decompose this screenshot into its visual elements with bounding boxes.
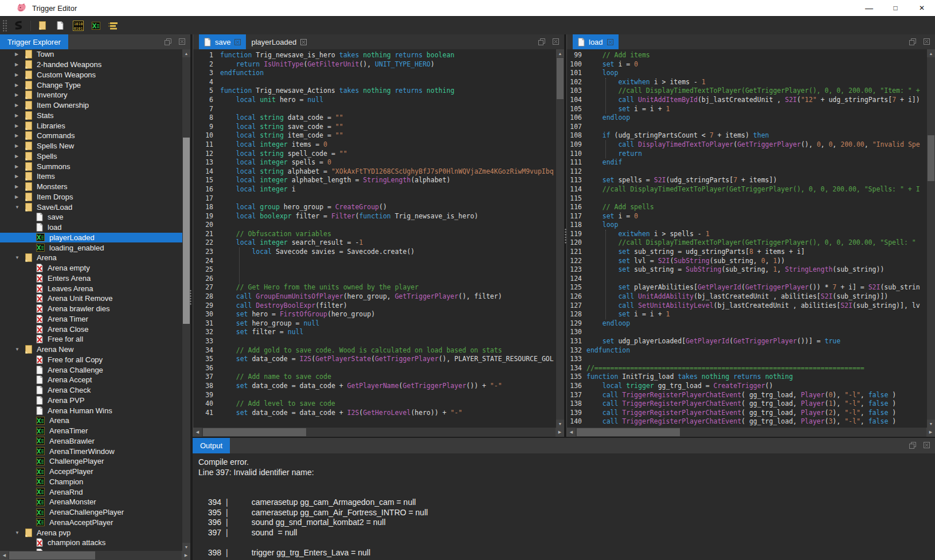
scroll-left-icon[interactable]: ◀: [0, 551, 9, 560]
tree-item[interactable]: Free for all: [0, 334, 182, 344]
custom-script-button[interactable]: [89, 19, 102, 32]
editor-horizontal-scrollbar[interactable]: ◀ ▶: [193, 428, 564, 437]
scroll-down-icon[interactable]: ▼: [182, 543, 190, 551]
tree-item[interactable]: champion attacks: [0, 538, 182, 548]
explorer-header-tab[interactable]: Trigger Explorer: [0, 34, 68, 49]
code-line[interactable]: 110 return: [567, 150, 927, 159]
code-line[interactable]: 20: [193, 221, 556, 230]
code-line[interactable]: 25: [193, 265, 556, 275]
chevron-right-icon[interactable]: ▶: [15, 143, 21, 148]
tree-item[interactable]: ▶Change Type: [0, 80, 182, 90]
convert-binary-button[interactable]: 10100101: [72, 19, 84, 32]
tree-item[interactable]: Arena: [0, 416, 182, 426]
code-line[interactable]: 14 local string alphabet = "XOkAxFtTYD12…: [193, 167, 556, 177]
chevron-right-icon[interactable]: ▶: [15, 83, 21, 88]
code-line[interactable]: 119 exitwhen i > spells - 1: [567, 230, 927, 239]
tree-item[interactable]: ▶Libraries: [0, 120, 182, 131]
code-line[interactable]: 139 call TriggerRegisterPlayerChatEvent(…: [567, 409, 927, 418]
scroll-left-icon[interactable]: ◀: [193, 428, 202, 437]
code-line[interactable]: 23 local Savecode savies = Savecode.crea…: [193, 248, 556, 257]
code-line[interactable]: 117 set i = 0: [567, 212, 927, 221]
code-line[interactable]: 101 loop: [567, 69, 927, 78]
code-line[interactable]: 135function InitTrig_load takes nothing …: [567, 373, 927, 382]
editor-scrollbar-thumb[interactable]: [928, 135, 934, 181]
tree-item[interactable]: Arena Close: [0, 324, 182, 334]
code-line[interactable]: 125 set playerAbilities[GetPlayerId(GetT…: [567, 283, 927, 292]
tree-item[interactable]: Arena Accept: [0, 375, 182, 385]
code-line[interactable]: 130: [567, 328, 927, 337]
tree-item[interactable]: Leaves Arena: [0, 283, 182, 293]
code-line[interactable]: 107: [567, 123, 927, 132]
tree-item[interactable]: Free for all Copy: [0, 355, 182, 365]
chevron-down-icon[interactable]: ▼: [15, 255, 21, 260]
code-line[interactable]: 116 // Add spells: [567, 203, 927, 212]
tree-item[interactable]: ▶Town: [0, 49, 182, 60]
code-line[interactable]: 7: [193, 105, 556, 114]
code-line[interactable]: 109 call DisplayTimedTextToPlayer(GetTri…: [567, 140, 927, 150]
tree-item[interactable]: Champion: [0, 477, 182, 487]
code-line[interactable]: 140 call TriggerRegisterPlayerChatEvent(…: [567, 417, 927, 426]
code-line[interactable]: 11 local integer items = 0: [193, 140, 556, 150]
chevron-right-icon[interactable]: ▶: [15, 92, 21, 97]
close-tab-icon[interactable]: [234, 39, 241, 45]
tree-item[interactable]: ▶Stats: [0, 111, 182, 121]
code-line[interactable]: 18 local group hero_group = CreateGroup(…: [193, 203, 556, 212]
float-panel-icon[interactable]: [909, 38, 916, 45]
tree-item[interactable]: Arena brawler dies: [0, 304, 182, 314]
tree-item[interactable]: ▶Commands: [0, 131, 182, 141]
tree-item[interactable]: ▼Save/Load: [0, 202, 182, 212]
tree-item[interactable]: ▶Item Ownership: [0, 100, 182, 111]
code-line[interactable]: 36: [193, 364, 556, 373]
tree-item[interactable]: Arena Human Wins: [0, 405, 182, 416]
tree-item[interactable]: ArenaAcceptPlayer: [0, 518, 182, 528]
code-line[interactable]: 19 local boolexpr filter = Filter(functi…: [193, 212, 556, 221]
tree-item[interactable]: Enters Arena: [0, 273, 182, 284]
tree-item[interactable]: ChallengePlayer: [0, 456, 182, 467]
tree-horizontal-scrollbar[interactable]: ◀ ▶: [0, 551, 190, 560]
tree-item[interactable]: ▶Monsters: [0, 182, 182, 192]
tab-playerLoaded[interactable]: playerLoaded: [246, 34, 312, 49]
code-line[interactable]: 137 call TriggerRegisterPlayerChatEvent(…: [567, 391, 927, 400]
new-trigger-button[interactable]: [54, 19, 66, 32]
code-line[interactable]: 13 local integer spells = 0: [193, 158, 556, 167]
tree-item[interactable]: ▶Inventory: [0, 90, 182, 100]
code-line[interactable]: 15 local integer alphabet_length = Strin…: [193, 176, 556, 185]
editor-scrollbar-thumb[interactable]: [557, 58, 564, 99]
tree-item[interactable]: Arena Timer: [0, 314, 182, 324]
code-line[interactable]: 24: [193, 257, 556, 266]
editor-hscrollbar-thumb[interactable]: [203, 428, 306, 436]
tree-item[interactable]: ArenaTimerWindow: [0, 446, 182, 456]
code-line[interactable]: 26: [193, 275, 556, 284]
code-line[interactable]: 99 // Add items: [567, 51, 927, 60]
tree-item[interactable]: ▼Arena New: [0, 344, 182, 355]
tree-item[interactable]: Arena Unit Remove: [0, 293, 182, 304]
scroll-right-icon[interactable]: ▶: [926, 428, 935, 437]
tree-item[interactable]: ▶Summons: [0, 161, 182, 171]
code-line[interactable]: 21 // Obfuscation variables: [193, 230, 556, 239]
code-line[interactable]: 136 local trigger gg_trg_load = CreateTr…: [567, 382, 927, 391]
code-line[interactable]: 131 set udg_playerLoaded[GetPlayerId(Get…: [567, 337, 927, 346]
tree-item[interactable]: Arena PVP: [0, 395, 182, 406]
code-line[interactable]: 4: [193, 78, 556, 87]
chevron-right-icon[interactable]: ▶: [15, 154, 21, 159]
chevron-down-icon[interactable]: ▼: [15, 205, 21, 210]
code-line[interactable]: 6 local unit hero = null: [193, 96, 556, 105]
close-tab-icon[interactable]: [607, 39, 613, 45]
editor-hscrollbar-thumb[interactable]: [577, 428, 680, 436]
tree-item[interactable]: ▶Items: [0, 171, 182, 182]
minimize-button[interactable]: —: [856, 0, 882, 16]
code-line[interactable]: 134//===================================…: [567, 364, 927, 373]
tab-save[interactable]: save: [199, 34, 246, 49]
code-line[interactable]: 38 set data_code = data_code + GetPlayer…: [193, 382, 556, 391]
tree-item[interactable]: ▶2-handed Weapons: [0, 60, 182, 70]
code-line[interactable]: 33: [193, 337, 556, 346]
scroll-right-icon[interactable]: ▶: [182, 551, 190, 560]
scroll-up-icon[interactable]: ▲: [556, 49, 564, 57]
explorer-splitter-grip[interactable]: [189, 289, 192, 306]
editor-splitter-grip[interactable]: [564, 228, 567, 244]
tree-item[interactable]: ArenaTimer: [0, 426, 182, 436]
editor-vertical-scrollbar[interactable]: ▲ ▼: [556, 49, 564, 428]
scroll-up-icon[interactable]: ▲: [182, 49, 190, 57]
chevron-right-icon[interactable]: ▶: [15, 123, 21, 128]
code-line[interactable]: 115: [567, 194, 927, 203]
